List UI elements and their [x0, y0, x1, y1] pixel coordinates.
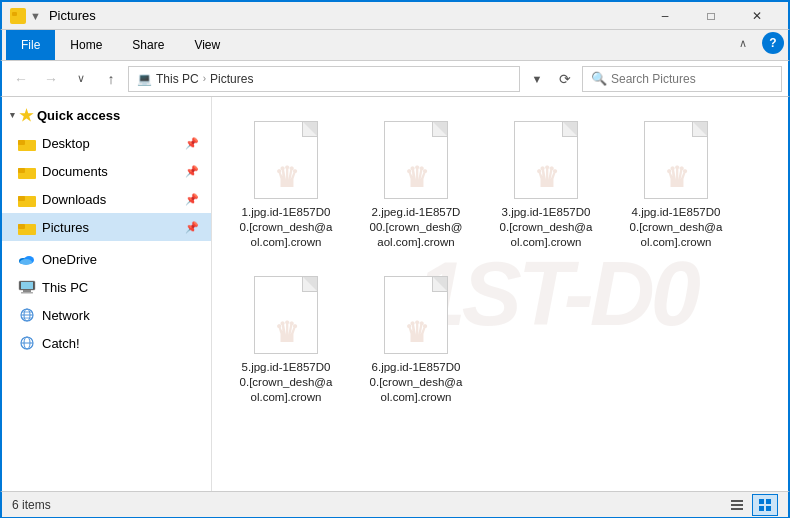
minimize-button[interactable]: – — [642, 1, 688, 31]
help-button[interactable]: ? — [762, 32, 784, 54]
list-view-btn[interactable] — [724, 494, 750, 516]
expand-button[interactable]: ∨ — [68, 66, 94, 92]
svg-point-12 — [20, 259, 32, 265]
address-actions: ▼ ⟳ — [524, 66, 578, 92]
view-toggle[interactable] — [724, 494, 778, 516]
pictures-pin-icon: 📌 — [185, 221, 199, 234]
file-icon-3: ♛ — [510, 117, 582, 201]
svg-rect-3 — [18, 140, 25, 145]
file-name-4: 4.jpg.id-1E857D00.[crown_desh@aol.com].c… — [630, 205, 723, 250]
file-icon-4: ♛ — [640, 117, 712, 201]
address-bar: ← → ∨ ↑ 💻 This PC › Pictures ▼ ⟳ 🔍 — [0, 61, 790, 97]
files-grid: ♛ 1.jpg.id-1E857D00.[crown_desh@aol.com]… — [222, 107, 778, 415]
quick-access-chevron: ▾ — [10, 110, 15, 120]
file-item[interactable]: ♛ 2.jpeg.id-1E857D00.[crown_desh@aol.com… — [356, 111, 476, 256]
svg-rect-15 — [23, 290, 31, 292]
path-separator-1: › — [203, 73, 206, 84]
sidebar-item-catch[interactable]: Catch! — [2, 329, 211, 357]
search-input[interactable] — [611, 72, 773, 86]
title-bar-icons: ▼ — [10, 8, 41, 24]
sidebar-item-desktop[interactable]: Desktop 📌 — [2, 129, 211, 157]
thispc-label: This PC — [42, 280, 88, 295]
app-icon — [10, 8, 26, 24]
quick-access-header[interactable]: ▾ ★ Quick access — [2, 101, 211, 129]
file-icon-2: ♛ — [380, 117, 452, 201]
tab-share[interactable]: Share — [117, 30, 179, 60]
main-area: ▾ ★ Quick access Desktop 📌 Documents 📌 D… — [0, 97, 790, 491]
svg-rect-30 — [759, 506, 764, 511]
ribbon-tabs: File Home Share View ∧ ? — [2, 30, 788, 60]
search-icon: 🔍 — [591, 71, 607, 86]
downloads-pin-icon: 📌 — [185, 193, 199, 206]
dropdown-btn[interactable]: ▼ — [524, 66, 550, 92]
close-button[interactable]: ✕ — [734, 1, 780, 31]
downloads-label: Downloads — [42, 192, 106, 207]
tab-view[interactable]: View — [179, 30, 235, 60]
tab-home[interactable]: Home — [55, 30, 117, 60]
documents-pin-icon: 📌 — [185, 165, 199, 178]
file-icon-1: ♛ — [250, 117, 322, 201]
downloads-folder-icon — [18, 190, 36, 208]
sidebar-item-thispc[interactable]: This PC — [2, 273, 211, 301]
sidebar-item-pictures[interactable]: Pictures 📌 — [2, 213, 211, 241]
documents-label: Documents — [42, 164, 108, 179]
svg-rect-9 — [18, 224, 25, 229]
svg-rect-14 — [21, 282, 33, 289]
sidebar: ▾ ★ Quick access Desktop 📌 Documents 📌 D… — [2, 97, 212, 491]
sidebar-item-onedrive[interactable]: OneDrive — [2, 245, 211, 273]
file-name-5: 5.jpg.id-1E857D00.[crown_desh@aol.com].c… — [240, 360, 333, 405]
svg-rect-25 — [731, 500, 743, 502]
file-name-6: 6.jpg.id-1E857D00.[crown_desh@aol.com].c… — [370, 360, 463, 405]
file-name-2: 2.jpeg.id-1E857D00.[crown_desh@aol.com].… — [370, 205, 463, 250]
tab-file[interactable]: File — [6, 30, 55, 60]
desktop-label: Desktop — [42, 136, 90, 151]
maximize-button[interactable]: □ — [688, 1, 734, 31]
back-button[interactable]: ← — [8, 66, 34, 92]
file-item[interactable]: ♛ 5.jpg.id-1E857D00.[crown_desh@aol.com]… — [226, 266, 346, 411]
tile-view-btn[interactable] — [752, 494, 778, 516]
network-label: Network — [42, 308, 90, 323]
quick-access-label: Quick access — [37, 108, 120, 123]
up-button[interactable]: ↑ — [98, 66, 124, 92]
catch-label: Catch! — [42, 336, 80, 351]
forward-button[interactable]: → — [38, 66, 64, 92]
path-pc-icon: 💻 — [137, 72, 152, 86]
address-path[interactable]: 💻 This PC › Pictures — [128, 66, 520, 92]
sidebar-item-documents[interactable]: Documents 📌 — [2, 157, 211, 185]
window-controls[interactable]: – □ ✕ — [642, 1, 780, 31]
svg-rect-27 — [731, 508, 743, 510]
file-item[interactable]: ♛ 1.jpg.id-1E857D00.[crown_desh@aol.com]… — [226, 111, 346, 256]
desktop-pin-icon: 📌 — [185, 137, 199, 150]
title-bar: ▼ Pictures – □ ✕ — [0, 0, 790, 30]
status-bar: 6 items — [0, 491, 790, 518]
window-title: Pictures — [49, 8, 642, 23]
file-item[interactable]: ♛ 4.jpg.id-1E857D00.[crown_desh@aol.com]… — [616, 111, 736, 256]
thispc-icon — [18, 278, 36, 296]
catch-icon — [18, 334, 36, 352]
svg-rect-16 — [21, 292, 33, 294]
path-pictures[interactable]: Pictures — [210, 72, 253, 86]
item-count: 6 items — [12, 498, 51, 512]
file-icon-6: ♛ — [380, 272, 452, 356]
pictures-folder-icon — [18, 218, 36, 236]
svg-rect-28 — [759, 499, 764, 504]
svg-rect-7 — [18, 196, 25, 201]
file-icon-5: ♛ — [250, 272, 322, 356]
path-thispc[interactable]: This PC — [156, 72, 199, 86]
file-item[interactable]: ♛ 6.jpg.id-1E857D00.[crown_desh@aol.com]… — [356, 266, 476, 411]
refresh-btn[interactable]: ⟳ — [552, 66, 578, 92]
ribbon-collapse-btn[interactable]: ∧ — [730, 30, 756, 56]
svg-rect-1 — [12, 12, 17, 16]
search-box[interactable]: 🔍 — [582, 66, 782, 92]
onedrive-icon — [18, 250, 36, 268]
svg-rect-5 — [18, 168, 25, 173]
svg-rect-29 — [766, 499, 771, 504]
file-item[interactable]: ♛ 3.jpg.id-1E857D00.[crown_desh@aol.com]… — [486, 111, 606, 256]
svg-rect-26 — [731, 504, 743, 506]
file-name-3: 3.jpg.id-1E857D00.[crown_desh@aol.com].c… — [500, 205, 593, 250]
ribbon: File Home Share View ∧ ? — [0, 30, 790, 61]
sidebar-item-network[interactable]: Network — [2, 301, 211, 329]
file-name-1: 1.jpg.id-1E857D00.[crown_desh@aol.com].c… — [240, 205, 333, 250]
sidebar-item-downloads[interactable]: Downloads 📌 — [2, 185, 211, 213]
desktop-folder-icon — [18, 134, 36, 152]
